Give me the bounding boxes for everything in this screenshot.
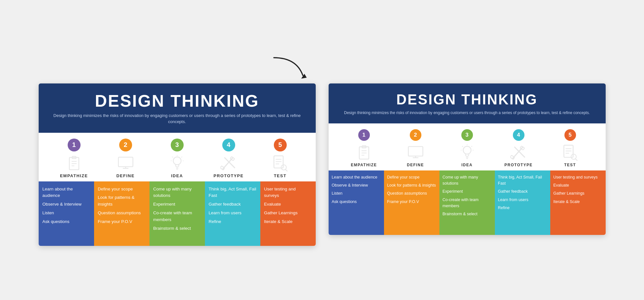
clipboard-icon-2 <box>356 144 372 161</box>
search-doc-icon-2 <box>562 144 579 161</box>
step2-2-number: 2 <box>410 129 421 141</box>
card-1-steps-row: 1 EMPATHIZE 2 <box>39 133 316 181</box>
list-item: Observe & Interview <box>332 182 381 189</box>
card-2-title: DESIGN THINKING <box>335 92 599 107</box>
col-1-define: Define your scope Look for patterns & in… <box>94 181 149 246</box>
col-2-test: User testing and surveys Evaluate Gather… <box>550 170 606 235</box>
list-item: Ask questions <box>332 199 381 205</box>
list-item: Refine <box>498 205 547 211</box>
card-1-header: DESIGN THINKING Design thinking minimize… <box>39 83 316 133</box>
list-item: Gather Learnings <box>553 190 602 197</box>
card-2-steps-row: 1 EMPATHIZE 2 <box>329 123 606 170</box>
svg-line-40 <box>471 146 472 147</box>
svg-line-39 <box>462 146 463 147</box>
list-item: Observe & Interview <box>43 201 90 208</box>
step-3-idea: 3 <box>154 139 200 178</box>
list-item: Learn about the audience <box>43 186 90 199</box>
list-item: Brainstorm & select <box>443 211 492 217</box>
list-item: Gather feedback <box>209 201 256 208</box>
list-item: Learn from users <box>209 210 256 217</box>
list-item: Co-create with team members <box>443 197 492 209</box>
monitor-icon-2 <box>407 144 424 161</box>
col-1-empathize: Learn about the audience Observe & Inter… <box>39 181 94 246</box>
svg-line-26 <box>285 169 287 171</box>
step2-3-idea: 3 IDEA <box>444 129 490 167</box>
tools-icon <box>220 155 237 171</box>
step2-4-prototype: 4 PROTOTYPE <box>495 129 542 167</box>
tools-icon-2 <box>510 144 527 161</box>
svg-rect-20 <box>220 166 225 170</box>
list-item: Gather feedback <box>498 189 547 195</box>
step2-5-test: 5 TEST <box>547 129 593 167</box>
list-item: Learn about the audience <box>332 174 381 180</box>
card-2-header: DESIGN THINKING Design thinking minimize… <box>329 83 606 123</box>
col-2-empathize: Learn about the audience Observe & Inter… <box>329 170 384 235</box>
step2-3-label: IDEA <box>461 163 473 167</box>
list-item: Question assumptions <box>98 210 146 217</box>
col-2-define: Define your scope Look for patterns & in… <box>384 170 439 235</box>
list-item: Define your scope <box>98 186 146 193</box>
svg-rect-6 <box>118 157 133 166</box>
svg-point-9 <box>173 157 181 164</box>
col-1-idea: Come up with many solutions Experiment C… <box>149 181 205 246</box>
list-item: Ask questions <box>43 218 90 225</box>
svg-line-14 <box>181 157 182 158</box>
svg-line-19 <box>225 158 235 168</box>
step-3-label: IDEA <box>171 173 183 178</box>
list-item: Experiment <box>153 201 201 208</box>
svg-point-35 <box>463 146 471 154</box>
step2-4-label: PROTOTYPE <box>505 163 533 167</box>
step2-2-define: 2 DEFINE <box>392 129 439 167</box>
list-item: Learn from users <box>498 197 547 203</box>
step-5-test: 5 TEST <box>257 139 303 178</box>
card-2-content-row: Learn about the audience Observe & Inter… <box>329 170 606 235</box>
list-item: Iterate & Scale <box>553 199 602 205</box>
svg-line-45 <box>514 147 524 157</box>
col-2-idea: Come up with many solutions Experiment C… <box>439 170 495 235</box>
svg-line-13 <box>172 157 173 158</box>
list-item: Question assumptions <box>387 190 436 197</box>
svg-line-52 <box>575 159 577 160</box>
step2-5-label: TEST <box>564 163 576 167</box>
list-item: Co-create with team members <box>153 210 201 223</box>
list-item: Iterate & Scale <box>264 218 312 225</box>
step2-1-number: 1 <box>358 129 370 141</box>
step-1-number: 1 <box>68 139 81 151</box>
list-item: Evaluate <box>264 201 312 208</box>
arrow-container <box>6 54 638 80</box>
list-item: Frame your P.O.V <box>98 218 146 225</box>
step-2-number: 2 <box>119 139 132 151</box>
list-item: Brainstorm & select <box>153 225 201 232</box>
step2-1-empathize: 1 EMPATHIZE <box>341 129 387 167</box>
step-5-number: 5 <box>274 139 287 151</box>
list-item: Come up with many solutions <box>443 174 492 187</box>
bulb-icon-2 <box>459 144 476 161</box>
list-item: User testing and surveys <box>264 186 312 199</box>
col-1-prototype: Think big, Act Small, Fail Fast Gather f… <box>205 181 260 246</box>
step-3-number: 3 <box>171 139 184 151</box>
step-2-label: DEFINE <box>116 173 135 178</box>
card-1-title: DESIGN THINKING <box>45 92 309 109</box>
step-2-define: 2 DEFINE <box>102 139 149 178</box>
page-wrapper: DESIGN THINKING Design thinking minimize… <box>6 54 638 246</box>
list-item: Define your scope <box>387 174 436 180</box>
list-item: Look for patterns & insights <box>387 182 436 189</box>
card-2: DESIGN THINKING Design thinking minimize… <box>329 83 606 235</box>
list-item: User testing and surveys <box>553 174 602 180</box>
step-4-number: 4 <box>222 139 235 151</box>
arrow-icon <box>271 54 309 80</box>
clipboard-icon <box>66 155 82 171</box>
step2-2-label: DEFINE <box>407 163 424 167</box>
list-item: Refine <box>209 218 256 225</box>
card-2-subtitle: Design thinking minimizes the risks of i… <box>335 110 599 116</box>
svg-rect-32 <box>408 146 423 156</box>
step-1-empathize: 1 EMPATHIZE <box>51 139 97 178</box>
list-item: Experiment <box>443 189 492 195</box>
cards-row: DESIGN THINKING Design thinking minimize… <box>39 83 606 246</box>
step-1-label: EMPATHIZE <box>60 173 88 178</box>
list-item: Frame your P.O.V <box>387 199 436 205</box>
step-4-label: PROTOTYPE <box>214 173 244 178</box>
step2-5-number: 5 <box>564 129 576 141</box>
col-2-prototype: Think big, Act Small, Fail Fast Gather f… <box>495 170 550 235</box>
step2-3-number: 3 <box>461 129 473 141</box>
